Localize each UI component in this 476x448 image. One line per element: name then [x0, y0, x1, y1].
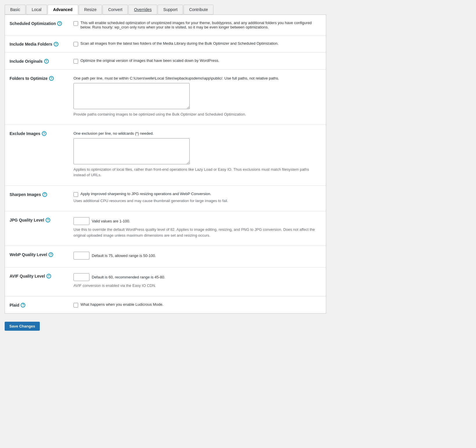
row-include-media-folders: Include Media Folders ? Scan all images …: [5, 35, 326, 53]
jpg-quality-help-text: Use this to override the default WordPre…: [73, 227, 321, 238]
row-avif-quality: AVIF Quality Level ? Default is 60, reco…: [5, 267, 326, 296]
checkbox-include-originals[interactable]: [73, 59, 78, 64]
row-include-originals: Include Originals ? Optimize the origina…: [5, 53, 326, 70]
checkbox-include-media-folders[interactable]: [73, 42, 78, 46]
content-area: Scheduled Optimization ? This will enabl…: [5, 15, 326, 314]
checkbox-row-sharpen: Apply improved sharpening to JPG resizin…: [73, 192, 321, 197]
content-avif-quality: Default is 60, recommended range is 45-8…: [73, 273, 321, 290]
help-icon-jpg-quality[interactable]: ?: [46, 218, 50, 222]
row-folders-to-optimize: Folders to Optimize ? One path per line,…: [5, 70, 326, 125]
content-include-originals: Optimize the original version of images …: [73, 58, 321, 64]
save-area: Save Changes: [5, 317, 326, 331]
jpg-quality-input-row: Valid values are 1-100.: [73, 217, 321, 225]
label-include-originals: Include Originals ?: [10, 58, 73, 64]
avif-quality-input[interactable]: [73, 273, 89, 281]
tabs-container: Basic Local Advanced Resize Convert Over…: [5, 5, 326, 15]
exclude-hint: One exclusion per line, no wildcards (*)…: [73, 131, 321, 136]
tab-overrides[interactable]: Overrides: [128, 5, 157, 15]
jpg-quality-input[interactable]: [73, 217, 89, 225]
checkbox-row-plaid: What happens when you enable Ludicrous M…: [73, 302, 321, 307]
tab-resize[interactable]: Resize: [79, 5, 102, 15]
page-wrapper: Basic Local Advanced Resize Convert Over…: [0, 0, 331, 335]
label-exclude-images: Exclude Images ?: [10, 131, 73, 136]
row-sharpen-images: Sharpen Images ? Apply improved sharpeni…: [5, 186, 326, 212]
checkbox-row-scheduled: This will enable scheduled optimization …: [73, 21, 321, 29]
checkbox-plaid[interactable]: [73, 303, 78, 307]
help-icon-webp-quality[interactable]: ?: [49, 252, 53, 257]
folders-path-hint: One path per line, must be within C:\Use…: [73, 75, 321, 81]
help-icon-folders-optimize[interactable]: ?: [49, 76, 54, 81]
label-scheduled-optimization: Scheduled Optimization ?: [10, 21, 73, 26]
content-plaid: What happens when you enable Ludicrous M…: [73, 302, 321, 307]
tab-local[interactable]: Local: [26, 5, 47, 15]
label-sharpen-images: Sharpen Images ?: [10, 192, 73, 197]
content-include-media-folders: Scan all images from the latest two fold…: [73, 41, 321, 46]
sharpen-help-text: Uses additional CPU resources and may ca…: [73, 198, 321, 204]
help-icon-include-media[interactable]: ?: [54, 42, 58, 46]
exclude-help-text: Applies to optimization of local files, …: [73, 167, 321, 178]
help-icon-plaid[interactable]: ?: [21, 303, 25, 307]
row-plaid: Plaid ? What happens when you enable Lud…: [5, 296, 326, 313]
help-icon-scheduled-optimization[interactable]: ?: [57, 21, 62, 26]
label-avif-quality: AVIF Quality Level ?: [10, 273, 73, 278]
content-exclude-images: One exclusion per line, no wildcards (*)…: [73, 131, 321, 180]
avif-help-text: AVIF conversion is enabled via the Easy …: [73, 283, 321, 289]
label-folders-to-optimize: Folders to Optimize ?: [10, 75, 73, 81]
content-scheduled-optimization: This will enable scheduled optimization …: [73, 21, 321, 29]
checkbox-sharpen-images[interactable]: [73, 192, 78, 197]
avif-quality-input-row: Default is 60, recommended range is 45-8…: [73, 273, 321, 281]
label-include-media-folders: Include Media Folders ?: [10, 41, 73, 46]
label-jpg-quality: JPG Quality Level ?: [10, 217, 73, 222]
help-icon-sharpen[interactable]: ?: [42, 192, 47, 197]
row-scheduled-optimization: Scheduled Optimization ? This will enabl…: [5, 15, 326, 35]
tab-contribute[interactable]: Contribute: [184, 5, 213, 15]
help-icon-include-originals[interactable]: ?: [44, 59, 49, 64]
tab-basic[interactable]: Basic: [5, 5, 26, 15]
help-icon-exclude-images[interactable]: ?: [42, 131, 46, 136]
webp-quality-input[interactable]: [73, 252, 89, 260]
folders-to-optimize-textarea[interactable]: [73, 83, 190, 109]
folders-help-text: Provide paths containing images to be op…: [73, 111, 321, 117]
label-webp-quality: WebP Quality Level ?: [10, 252, 73, 257]
tab-advanced[interactable]: Advanced: [48, 5, 78, 15]
row-jpg-quality: JPG Quality Level ? Valid values are 1-1…: [5, 211, 326, 246]
checkbox-row-originals: Optimize the original version of images …: [73, 58, 321, 64]
content-jpg-quality: Valid values are 1-100. Use this to over…: [73, 217, 321, 240]
exclude-images-textarea[interactable]: [73, 138, 190, 164]
checkbox-scheduled-optimization[interactable]: [73, 21, 78, 26]
checkbox-row-media: Scan all images from the latest two fold…: [73, 41, 321, 46]
label-plaid: Plaid ?: [10, 302, 73, 307]
save-changes-button[interactable]: Save Changes: [5, 322, 40, 331]
content-folders-to-optimize: One path per line, must be within C:\Use…: [73, 75, 321, 119]
webp-quality-input-row: Default is 75, allowed range is 50-100.: [73, 252, 321, 260]
content-webp-quality: Default is 75, allowed range is 50-100.: [73, 252, 321, 261]
tab-convert[interactable]: Convert: [103, 5, 128, 15]
help-icon-avif-quality[interactable]: ?: [46, 274, 51, 278]
tab-support[interactable]: Support: [158, 5, 183, 15]
row-webp-quality: WebP Quality Level ? Default is 75, allo…: [5, 246, 326, 267]
row-exclude-images: Exclude Images ? One exclusion per line,…: [5, 125, 326, 186]
content-sharpen-images: Apply improved sharpening to JPG resizin…: [73, 192, 321, 206]
